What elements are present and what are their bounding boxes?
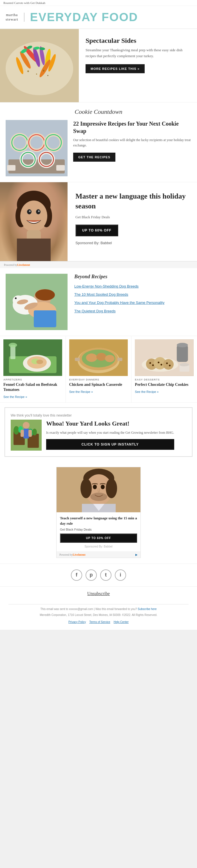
language-subtext: Get Black Friday Deals [75, 215, 189, 219]
ad-powered-text: Powered by [59, 553, 73, 556]
list-item: The Quietest Dog Breeds [74, 308, 164, 314]
svg-rect-95 [23, 429, 29, 438]
svg-point-69 [105, 355, 114, 362]
svg-point-102 [106, 478, 117, 498]
choc-cookies-illustration [135, 339, 194, 376]
ad-sponsored-label: Sponsored By: Babbel [60, 545, 137, 548]
svg-rect-52 [34, 310, 56, 327]
person-svg [0, 182, 68, 261]
social-icons-group: f p t i [6, 569, 191, 581]
beyond-link-2[interactable]: The 10 Most Spoiled Dog Breeds [74, 292, 128, 297]
ad-heading: Teach yourself a new language using the … [60, 516, 137, 526]
language-image [0, 182, 68, 261]
language-sponsored: Sponsored By: Babbel [75, 241, 189, 245]
newsletter-tagline: We think you'll totally love this newsle… [11, 413, 186, 417]
footer-divider [8, 604, 189, 604]
recipe-card-2: EVERYDAY DINNERS Chicken and Spinach Cas… [66, 336, 132, 402]
footer-subscribe-link[interactable]: Subscribe here [138, 608, 157, 611]
cookies-body: Our selection of beautiful cookies will … [73, 137, 191, 148]
sides-image [0, 29, 79, 102]
newsletter-heading: Whoa! Your Yard Looks Great! [46, 420, 174, 428]
footer-section: This email was sent to xxxxxx@gmail.com … [0, 598, 197, 630]
svg-point-93 [32, 429, 37, 435]
get-recipes-button[interactable]: GET THE RECIPES [73, 153, 116, 162]
svg-point-90 [13, 426, 19, 435]
footer-help-link[interactable]: Help Center [114, 620, 129, 624]
svg-point-80 [152, 365, 154, 366]
twitter-button[interactable]: t [100, 569, 111, 581]
svg-rect-96 [21, 430, 24, 437]
cookies-content: 22 Impressive Recipes for Your Next Cook… [73, 120, 191, 162]
svg-point-36 [20, 200, 47, 231]
svg-point-16 [43, 70, 44, 71]
recipe-2-category: EVERYDAY DINNERS [69, 378, 128, 381]
fennel-illustration [3, 339, 62, 376]
list-item: You and Your Dog Probably Have the Same … [74, 300, 164, 305]
ad-powered-bar: Powered by LiveIntent ▶ [57, 552, 140, 558]
chicken-image [69, 339, 128, 376]
recipe-1-category: APPETIZERS [3, 378, 62, 381]
ad-section: Teach yourself a new language using the … [0, 461, 197, 563]
recipe-2-link[interactable]: See the Recipe [69, 390, 93, 394]
more-recipes-button[interactable]: MORE RECIPES LIKE THIS » [86, 64, 145, 73]
instagram-button[interactable]: i [115, 569, 126, 581]
ad-choice-icon: ▶ [135, 553, 138, 556]
brand-name-2: stewart [6, 17, 18, 22]
svg-point-94 [23, 422, 30, 429]
powered-text: Powered by [4, 263, 18, 267]
recipe-3-category: EASY DESSERTS [135, 378, 194, 381]
brand-name-1: martha [6, 13, 18, 17]
svg-point-45 [35, 289, 55, 301]
livintent-brand: LiveIntent [18, 263, 30, 267]
beyond-link-3[interactable]: You and Your Dog Probably Have the Same … [74, 301, 164, 305]
recipe-card-3: EASY DESSERTS Perfect Chocolate Chip Coo… [131, 336, 197, 402]
beyond-heading: Beyond Recipes [74, 274, 164, 280]
recipe-3-link[interactable]: See the Recipe [135, 390, 159, 394]
beyond-image [6, 274, 68, 330]
newsletter-section: We think you'll totally love this newsle… [4, 407, 193, 457]
svg-point-17 [47, 75, 48, 76]
svg-point-86 [179, 363, 189, 366]
unsubscribe-link[interactable]: Unsubscribe [87, 591, 110, 596]
footer-line1: This email was sent to xxxxxx@gmail.com … [40, 608, 137, 611]
svg-rect-42 [17, 239, 51, 261]
newsletter-signup-button[interactable]: CLICK TO SIGN UP INSTANTLY [46, 439, 174, 450]
recipe-1-link[interactable]: See the Recipe [3, 395, 27, 399]
svg-point-14 [27, 70, 29, 72]
cookies-image [6, 120, 68, 176]
svg-point-83 [166, 363, 168, 364]
pinterest-button[interactable]: p [86, 569, 97, 581]
ad-person-svg [57, 467, 140, 512]
svg-point-49 [15, 298, 17, 299]
svg-point-105 [90, 493, 107, 501]
svg-point-79 [150, 362, 151, 364]
svg-point-104 [101, 485, 105, 489]
svg-point-1 [6, 42, 73, 95]
newsletter-content: Whoa! Your Yard Looks Great! Is exactly … [46, 420, 174, 450]
sides-heading: Spectacular Sides [86, 37, 190, 44]
svg-point-101 [80, 478, 92, 498]
footer-links: Privacy Policy Terms of Service Help Cen… [8, 619, 189, 624]
language-cta-button[interactable]: UP TO 60% OFF [75, 224, 118, 236]
beyond-link-1[interactable]: Low-Energy Non-Shedding Dog Breeds [74, 284, 138, 288]
svg-rect-71 [117, 358, 123, 361]
language-content: Master a new language this holiday seaso… [68, 182, 197, 261]
cookies-illustration [6, 120, 68, 176]
recipe-card-1: APPETIZERS Fennel Crab Salad on Beefstea… [0, 336, 66, 402]
svg-rect-97 [28, 430, 32, 437]
svg-rect-30 [7, 165, 15, 171]
svg-point-39 [29, 210, 31, 212]
svg-point-74 [177, 343, 188, 347]
beyond-links-list: Low-Energy Non-Shedding Dog Breeds The 1… [74, 284, 164, 314]
footer-privacy-link[interactable]: Privacy Policy [68, 620, 86, 624]
unsubscribe-section: Unsubscribe [0, 587, 197, 598]
beyond-link-4[interactable]: The Quietest Dog Breeds [74, 309, 116, 313]
svg-rect-70 [75, 358, 80, 361]
facebook-button[interactable]: f [71, 569, 82, 581]
language-heading: Master a new language this holiday seaso… [75, 191, 189, 211]
dog-svg [6, 274, 68, 330]
ad-cta-button[interactable]: UP TO 60% OFF [60, 533, 137, 543]
svg-rect-31 [56, 165, 65, 171]
footer-terms-link[interactable]: Terms of Service [89, 620, 110, 624]
svg-point-81 [158, 362, 160, 363]
